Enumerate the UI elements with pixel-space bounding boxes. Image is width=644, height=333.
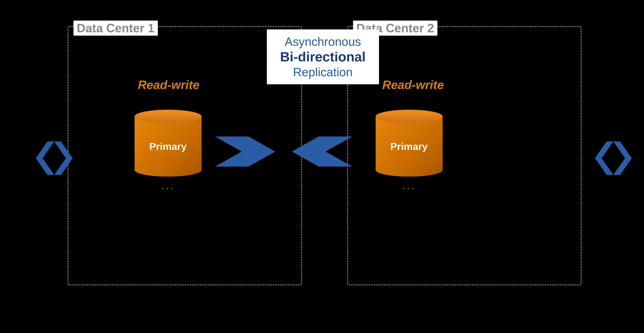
db-label-left: Primary: [149, 141, 187, 152]
dc1-label: Data Center 1: [74, 20, 158, 36]
replication-info-box: Asynchronous Bi-directional Replication: [267, 29, 379, 84]
svg-marker-2: [595, 141, 613, 175]
db-body-left: Primary: [134, 116, 202, 177]
db-top-right: [376, 110, 442, 123]
db-right: Primary ...: [376, 110, 442, 192]
svg-marker-3: [613, 141, 632, 175]
replication-line1: Asynchronous: [274, 34, 372, 49]
app-icon-left: [26, 133, 76, 184]
app-icon-right: [585, 133, 635, 184]
db-left: Primary ...: [134, 110, 202, 192]
svg-marker-1: [54, 141, 73, 175]
app-diamond-left: [26, 133, 76, 183]
diagram-container: Data Center 1 Data Center 2 Asynchronous…: [21, 16, 624, 317]
arrow-right: [215, 126, 275, 177]
svg-marker-5: [292, 136, 352, 167]
app-diamond-right: [585, 133, 635, 183]
db-dots-right: ...: [402, 180, 416, 192]
db-dots-left: ...: [161, 180, 174, 192]
chevron-left-icon: [292, 126, 352, 177]
replication-line3: Replication: [274, 65, 372, 79]
db-label-right: Primary: [390, 141, 428, 152]
arrow-left: [292, 126, 352, 177]
db-top-left: [134, 110, 202, 123]
svg-marker-0: [36, 141, 54, 175]
chevron-right-icon: [215, 126, 275, 177]
svg-marker-4: [215, 136, 275, 167]
rw-label-left: Read-write: [138, 78, 200, 92]
rw-label-right: Read-write: [382, 78, 444, 92]
replication-line2: Bi-directional: [274, 49, 372, 65]
db-body-right: Primary: [376, 116, 442, 177]
